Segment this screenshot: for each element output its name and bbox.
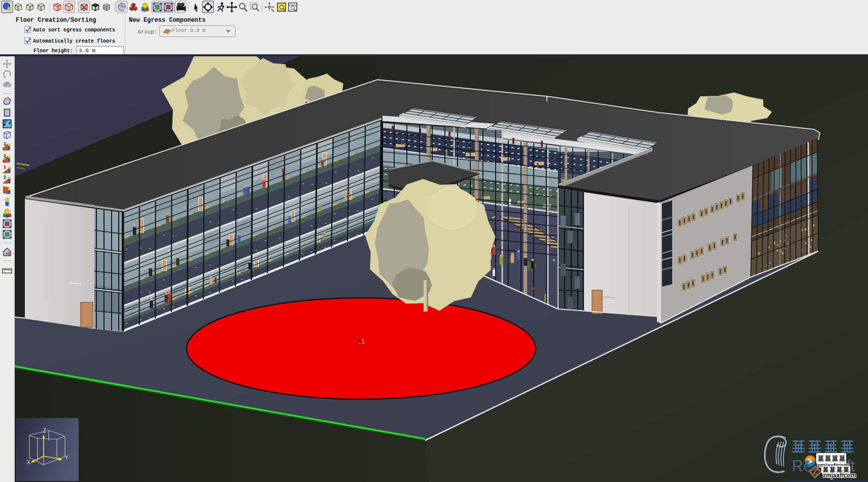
svg-text:X: X: [26, 459, 30, 466]
svg-text:Z: Z: [43, 427, 46, 434]
svg-text:2: 2: [4, 153, 6, 158]
svg-text:1: 1: [4, 164, 6, 169]
svg-text:1: 1: [4, 141, 6, 146]
svg-text:Y: Y: [64, 454, 68, 461]
svg-text:2: 2: [4, 175, 6, 180]
svg-text:1: 1: [362, 338, 365, 345]
svg-text:zmjaxf.com: zmjaxf.com: [823, 472, 856, 479]
